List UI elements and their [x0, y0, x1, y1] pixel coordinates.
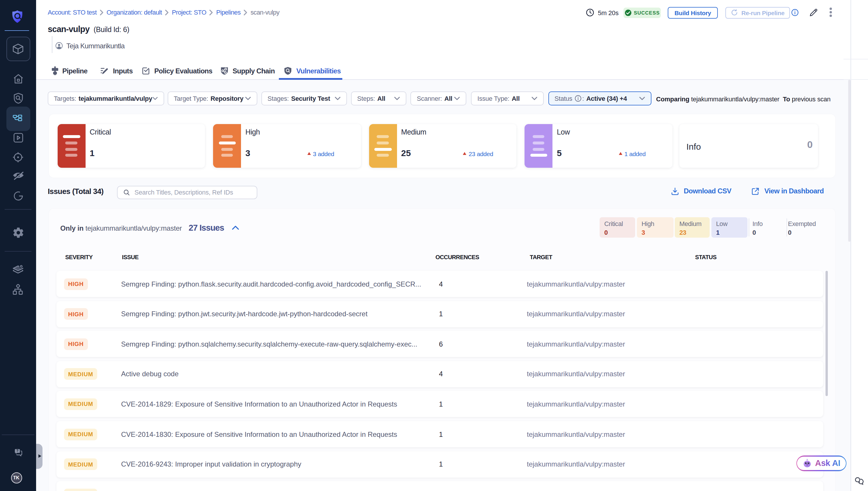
- svg-text:?: ?: [16, 449, 18, 453]
